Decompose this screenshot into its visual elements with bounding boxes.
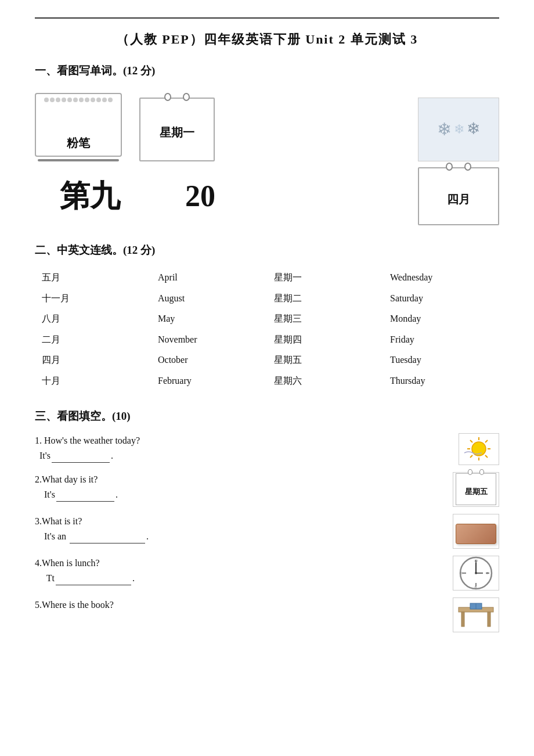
cn-word: 八月 [35, 308, 151, 329]
question-4-answer: Tt. [35, 571, 441, 586]
cn-word: 星期三 [267, 308, 383, 329]
calendar-friday-label: 星期五 [465, 486, 488, 498]
number-20: 20 [145, 172, 255, 220]
en-word: Friday [383, 329, 499, 350]
section-2: 二、中英文连线。(12 分) 五月 April 星期一 Wednesday 十一… [35, 242, 499, 391]
question-1: 1. How's the weather today? It's. [35, 433, 499, 465]
section-1: 一、看图写单词。(12 分) 粉笔 [35, 62, 499, 225]
question-2: 2.What day is it? It's. 星期五 [35, 472, 499, 507]
cn-word: 星期二 [267, 288, 383, 309]
question-3-text: 3.What is it? [35, 514, 441, 529]
en-word: April [151, 267, 267, 288]
clock-image: 12 3 6 9 [453, 556, 499, 591]
en-word: Wednesday [383, 267, 499, 288]
cn-word: 五月 [35, 267, 151, 288]
snowflakes-image: ❄ ❄ ❄ [418, 98, 499, 161]
section-3: 三、看图填空。(10) 1. How's the weather today? … [35, 408, 499, 632]
matching-table: 五月 April 星期一 Wednesday 十一月 August 星期二 Sa… [35, 267, 499, 391]
page-title: （人教 PEP）四年级英语下册 Unit 2 单元测试 3 [35, 29, 499, 49]
desk-image [453, 597, 499, 632]
desk-icon [456, 599, 496, 631]
eraser-image [453, 514, 499, 549]
question-2-text: 2.What day is it? [35, 472, 441, 487]
sun-icon [461, 434, 496, 463]
question-4: 4.When is lunch? Tt. 12 3 6 [35, 556, 499, 591]
table-row: 十月 February 星期六 Thursday [35, 370, 499, 391]
en-word: May [151, 308, 267, 329]
question-4-text: 4.When is lunch? [35, 556, 441, 571]
table-row: 四月 October 星期五 Tuesday [35, 350, 499, 370]
svg-rect-22 [461, 612, 464, 627]
clock-icon: 12 3 6 9 [459, 556, 493, 591]
april-calendar-image: 四月 [418, 167, 499, 225]
table-row: 二月 November 星期四 Friday [35, 329, 499, 350]
section-2-title: 二、中英文连线。(12 分) [35, 242, 499, 259]
en-word: Saturday [383, 288, 499, 309]
cn-word: 星期五 [267, 350, 383, 370]
cn-word: 二月 [35, 329, 151, 350]
ninth-character: 第九 [35, 172, 145, 220]
top-border [35, 17, 499, 19]
en-word: Tuesday [383, 350, 499, 370]
svg-line-6 [485, 455, 488, 458]
en-word: Thursday [383, 370, 499, 391]
question-1-answer: It's. [35, 448, 447, 463]
section-1-title: 一、看图写单词。(12 分) [35, 62, 499, 80]
svg-text:3: 3 [486, 571, 488, 575]
question-3-answer: It's an . [35, 529, 441, 544]
table-row: 十一月 August 星期二 Saturday [35, 288, 499, 309]
question-5-text: 5.Where is the book? [35, 597, 441, 613]
calendar-monday-label: 星期一 [160, 123, 194, 142]
cn-word: 星期六 [267, 370, 383, 391]
svg-line-8 [470, 455, 472, 458]
question-5: 5.Where is the book? [35, 597, 499, 632]
svg-text:9: 9 [461, 571, 463, 575]
svg-line-5 [470, 440, 472, 442]
calendar-monday-image: 星期一 [139, 88, 215, 161]
cn-word: 十一月 [35, 288, 151, 309]
question-3: 3.What is it? It's an . [35, 514, 499, 549]
table-row: 八月 May 星期三 Monday [35, 308, 499, 329]
en-word: February [151, 370, 267, 391]
svg-text:6: 6 [475, 585, 477, 589]
calendar-friday-image: 星期五 [453, 472, 499, 507]
en-word: October [151, 350, 267, 370]
table-row: 五月 April 星期一 Wednesday [35, 267, 499, 288]
question-2-answer: It's. [35, 487, 441, 502]
svg-line-7 [485, 440, 488, 442]
en-word: Monday [383, 308, 499, 329]
cn-word: 星期一 [267, 267, 383, 288]
cn-word: 十月 [35, 370, 151, 391]
en-word: August [151, 288, 267, 309]
svg-rect-23 [488, 612, 490, 627]
svg-text:12: 12 [474, 559, 478, 563]
section-3-title: 三、看图填空。(10) [35, 408, 499, 425]
chalk-image: 粉笔 [35, 93, 122, 161]
cn-word: 星期四 [267, 329, 383, 350]
en-word: November [151, 329, 267, 350]
sun-image [459, 433, 499, 465]
chalk-label: 粉笔 [67, 134, 90, 152]
question-1-text: 1. How's the weather today? [35, 433, 447, 448]
cn-word: 四月 [35, 350, 151, 370]
april-label: 四月 [447, 190, 470, 208]
